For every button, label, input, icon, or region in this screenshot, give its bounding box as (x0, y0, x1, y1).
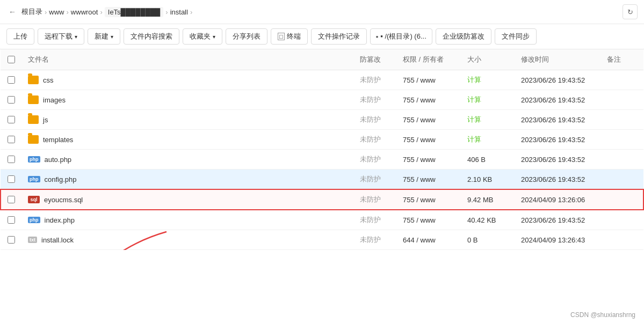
row-size-cell: 40.42 KB (461, 210, 515, 230)
row-protect-cell: 未防护 (353, 70, 396, 90)
row-checkbox[interactable] (8, 196, 15, 203)
row-time-cell: 2023/06/26 19:43:52 (515, 90, 600, 110)
remote-download-button[interactable]: 远程下载 ▾ (38, 28, 84, 45)
file-table: 文件名 防篡改 权限 / 所有者 大小 修改时间 备注 css未防护755 / … (0, 49, 644, 250)
select-all-checkbox[interactable] (8, 56, 15, 63)
folder-icon (28, 135, 39, 144)
path-domain[interactable]: IeTs████████ (105, 7, 164, 17)
row-filename-cell: templates (21, 130, 353, 150)
table-row[interactable]: txtinstall.lock未防护644 / www0 B2024/04/09… (1, 230, 643, 250)
row-size-cell: 2.10 KB (461, 170, 515, 190)
filename-label[interactable]: eyoucms.sql (44, 196, 83, 204)
size-calc-link[interactable]: 计算 (467, 76, 481, 84)
php-badge: php (28, 156, 40, 163)
protect-status: 未防护 (360, 175, 381, 183)
row-note-cell (600, 230, 643, 250)
row-checkbox-cell (1, 189, 21, 210)
row-note-cell (600, 170, 643, 190)
table-row[interactable]: css未防护755 / www计算2023/06/26 19:43:52 (1, 70, 643, 90)
terminal-button[interactable]: □ 终端 (271, 28, 308, 45)
filename-label[interactable]: js (43, 116, 48, 124)
disk-selector-button[interactable]: ▪ ▪ /(根目录) (6... (370, 28, 432, 45)
path-root[interactable]: 根目录 (21, 7, 42, 17)
favorites-button[interactable]: 收藏夹 ▾ (183, 28, 222, 45)
row-note-cell (600, 189, 643, 210)
row-time-cell: 2023/06/26 19:43:52 (515, 110, 600, 130)
content-search-button[interactable]: 文件内容搜索 (124, 28, 179, 45)
row-checkbox[interactable] (8, 116, 15, 123)
row-checkbox[interactable] (8, 136, 15, 143)
size-calc-link[interactable]: 计算 (467, 115, 481, 123)
row-checkbox[interactable] (8, 96, 15, 104)
file-ops-button[interactable]: 文件操作记录 (311, 28, 367, 45)
table-row[interactable]: images未防护755 / www计算2023/06/26 19:43:52 (1, 90, 643, 110)
row-protect-cell: 未防护 (353, 189, 396, 210)
protect-status: 未防护 (360, 195, 381, 203)
filename-label[interactable]: index.php (45, 216, 75, 224)
filename-label[interactable]: templates (43, 136, 73, 144)
php-badge: php (28, 176, 40, 182)
row-checkbox-cell (1, 130, 21, 150)
row-permission-cell: 755 / www (396, 110, 461, 130)
address-bar: ← 根目录 › www › wwwroot › IeTs████████ › i… (0, 0, 644, 24)
size-calc-link[interactable]: 计算 (467, 135, 481, 143)
row-checkbox[interactable] (8, 175, 15, 183)
table-row[interactable]: phpauto.php未防护755 / www406 B2023/06/26 1… (1, 150, 643, 170)
row-time-cell: 2023/06/26 19:43:52 (515, 70, 600, 90)
path-sep-2: › (67, 8, 69, 16)
row-filename-cell: js (21, 110, 353, 130)
refresh-button[interactable]: ↻ (623, 4, 638, 19)
row-protect-cell: 未防护 (353, 210, 396, 230)
row-checkbox[interactable] (8, 236, 15, 244)
row-time-cell: 2023/06/26 19:43:52 (515, 150, 600, 170)
row-protect-cell: 未防护 (353, 110, 396, 130)
row-permission-cell: 755 / www (396, 130, 461, 150)
row-filename-cell: phpconfig.php (21, 170, 353, 190)
row-checkbox-cell (1, 90, 21, 110)
table-row[interactable]: phpconfig.php未防护755 / www2.10 KB2023/06/… (1, 170, 643, 190)
path-www[interactable]: www (49, 8, 64, 16)
table-row[interactable]: js未防护755 / www计算2023/06/26 19:43:52 (1, 110, 643, 130)
row-checkbox-cell (1, 110, 21, 130)
table-row[interactable]: sqleyoucms.sql未防护755 / www9.42 MB2024/04… (1, 189, 643, 210)
filename-label[interactable]: config.php (45, 175, 77, 183)
row-size-cell: 计算 (461, 130, 515, 150)
path-sep-5: › (190, 8, 192, 16)
row-checkbox-cell (1, 70, 21, 90)
enterprise-button[interactable]: 企业级防篡改 (436, 28, 491, 45)
file-sync-button[interactable]: 文件同步 (495, 28, 537, 45)
share-list-button[interactable]: 分享列表 (226, 28, 267, 45)
sql-badge: sql (28, 196, 40, 203)
table-row[interactable]: phpindex.php未防护755 / www40.42 KB2023/06/… (1, 210, 643, 230)
protect-status: 未防护 (360, 76, 381, 84)
row-time-cell: 2023/06/26 19:43:52 (515, 130, 600, 150)
row-permission-cell: 755 / www (396, 90, 461, 110)
path-wwwroot[interactable]: wwwroot (71, 8, 98, 16)
row-filename-cell: phpauto.php (21, 150, 353, 170)
size-calc-link[interactable]: 计算 (467, 95, 481, 104)
txt-badge: txt (28, 237, 37, 243)
col-header-check (1, 49, 21, 70)
filename-label[interactable]: css (43, 76, 54, 84)
row-checkbox[interactable] (8, 216, 15, 224)
col-header-protect: 防篡改 (353, 49, 396, 70)
col-header-size: 大小 (461, 49, 515, 70)
new-folder-button[interactable]: 新建 ▾ (88, 28, 120, 45)
protect-status: 未防护 (360, 235, 381, 244)
path-sep-1: › (45, 8, 47, 16)
upload-button[interactable]: 上传 (6, 28, 34, 45)
row-note-cell (600, 150, 643, 170)
filename-label[interactable]: install.lock (41, 236, 74, 244)
row-checkbox-cell (1, 230, 21, 250)
row-checkbox[interactable] (8, 156, 15, 163)
path-install[interactable]: install (170, 8, 188, 16)
filename-label[interactable]: auto.php (45, 156, 72, 164)
row-protect-cell: 未防护 (353, 170, 396, 190)
row-permission-cell: 644 / www (396, 230, 461, 250)
back-button[interactable]: ← (6, 6, 18, 18)
row-checkbox[interactable] (8, 76, 15, 84)
filename-label[interactable]: images (43, 96, 66, 104)
row-note-cell (600, 70, 643, 90)
row-filename-cell: images (21, 90, 353, 110)
table-row[interactable]: templates未防护755 / www计算2023/06/26 19:43:… (1, 130, 643, 150)
